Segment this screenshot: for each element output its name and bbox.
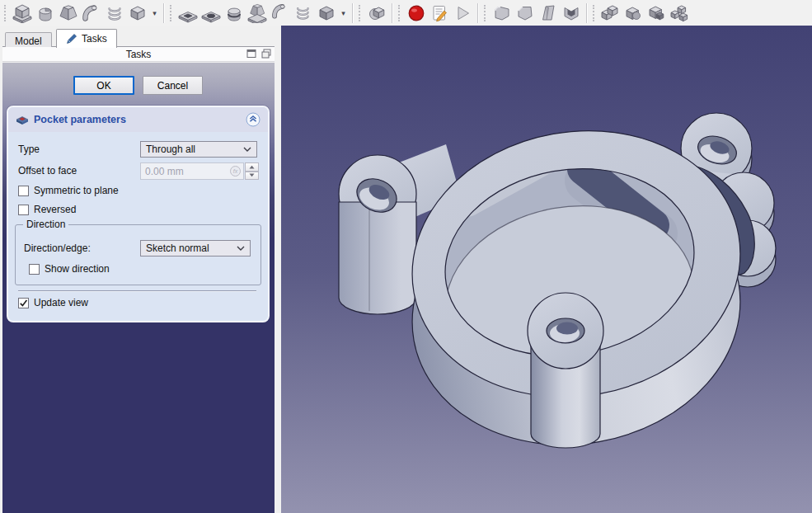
cancel-button[interactable]: Cancel [143,76,203,95]
toolbar-group-partdesign-additive: ▾ [2,1,160,26]
symmetric-label: Symmetric to plane [34,185,119,196]
pad-button[interactable] [11,2,34,25]
thickness-button[interactable] [560,2,583,25]
additive-loft-icon [59,3,78,23]
subtractive-box-button[interactable] [315,2,338,25]
type-combobox-value: Through all [146,144,195,155]
formula-icon[interactable]: fx [230,166,241,176]
separator-line [18,290,256,291]
dock-icon[interactable] [246,49,256,59]
3d-viewport[interactable] [281,26,812,513]
pen-icon [66,33,77,45]
show-direction-label: Show direction [45,263,110,275]
offset-value: 0.00 mm [145,166,184,177]
additive-box-button[interactable] [126,2,149,25]
boolean-cut-button[interactable] [645,2,669,25]
toolbar-separator [392,3,392,23]
toolbar-separator [586,3,587,23]
direction-combobox[interactable]: Sketch normal [140,240,251,256]
toolbar-group-macro [396,1,474,26]
fillet-icon [492,3,512,23]
additive-loft-button[interactable] [57,2,80,25]
chevron-down-icon [237,242,245,254]
tasks-panel-titlebar: Tasks [2,47,275,62]
symmetric-checkbox[interactable] [18,186,29,196]
additive-pipe-icon [82,3,101,23]
direction-groupbox: Direction Direction/edge: Sketch normal … [15,224,261,285]
macro-record-button[interactable] [405,2,428,25]
additive-box-icon [128,3,148,23]
toolbar-drag-handle[interactable] [593,5,597,21]
pocket-parameters-header[interactable]: Pocket parameters [8,107,268,132]
hole-button[interactable] [199,2,223,25]
macro-play-icon [453,3,472,23]
macro-edit-button[interactable] [428,2,451,25]
subtractive-helix-button[interactable] [292,2,315,25]
pocket-icon [178,3,198,23]
toolbar-drag-handle[interactable] [398,5,402,21]
chamfer-icon [515,3,535,23]
subtractive-loft-button[interactable] [246,2,269,25]
boolean-fragments-button[interactable] [669,2,692,25]
toolbar-drag-handle[interactable] [170,5,174,21]
pocket-icon [16,113,29,126]
update-view-checkbox[interactable] [18,298,29,308]
reversed-label: Reversed [34,204,76,215]
additive-box-dropdown[interactable]: ▾ [149,2,160,25]
tab-tasks[interactable]: Tasks [56,29,117,48]
show-direction-checkbox[interactable] [29,264,40,275]
spin-down-button[interactable] [245,172,259,181]
reversed-checkbox[interactable] [18,205,29,215]
draft-button[interactable] [537,2,560,25]
revolution-icon [35,3,55,23]
symmetric-checkbox-row: Symmetric to plane [18,185,119,196]
toolbar-separator [352,3,353,23]
toolbar-drag-handle[interactable] [484,5,488,21]
subtractive-loft-icon [247,3,267,23]
collapse-section-button[interactable] [246,112,260,127]
additive-helix-icon [105,3,124,23]
direction-combobox-value: Sketch normal [146,242,209,254]
additive-pipe-button[interactable] [80,2,103,25]
pocket-parameters-section: Pocket parameters Type Through all Offse… [7,106,270,322]
update-view-label: Update view [34,297,88,308]
macro-record-icon [406,3,426,23]
ok-button[interactable]: OK [73,76,134,95]
boolean-union-button[interactable] [599,2,622,25]
direction-group-title: Direction [23,219,68,230]
type-combobox[interactable]: Through all [140,141,257,158]
boolean-common-button[interactable] [622,2,645,25]
subtractive-box-icon [317,3,336,23]
subtractive-helix-icon [293,3,313,23]
toolbar-drag-handle[interactable] [359,5,363,21]
revolution-button[interactable] [34,2,57,25]
toolbar-drag-handle[interactable] [4,5,8,21]
float-icon[interactable] [261,49,271,59]
task-panel-column: Model Tasks Tasks OK Cancel [0,26,281,513]
offset-input[interactable]: 0.00 mm fx [140,162,244,180]
update-view-row: Update view [18,297,88,308]
chamfer-button[interactable] [514,2,537,25]
fillet-button[interactable] [490,2,514,25]
toolbar-group-boolean-split [590,1,692,26]
subtractive-pipe-button[interactable] [269,2,292,25]
cad-model [281,26,812,513]
toolbar-group-partdesign-subtractive: ▾ [167,1,349,26]
hole-icon [201,3,221,23]
boolean-union-icon [601,3,621,23]
groove-button[interactable] [223,2,246,25]
macro-play-button[interactable] [451,2,474,25]
boolean-common-icon [624,3,644,23]
pocket-parameters-title: Pocket parameters [34,114,126,125]
macro-edit-icon [429,3,449,23]
draft-icon [538,3,558,23]
tab-tasks-label: Tasks [82,33,107,45]
boolean-operation-button[interactable] [365,2,388,25]
reversed-checkbox-row: Reversed [18,204,76,215]
additive-helix-button[interactable] [103,2,126,25]
spin-up-button[interactable] [245,162,259,172]
pocket-button[interactable] [176,2,199,25]
subtractive-box-dropdown[interactable]: ▾ [338,2,349,25]
tasks-panel-body: OK Cancel Pocket parameters Type Through… [2,63,275,513]
type-label: Type [18,141,40,158]
